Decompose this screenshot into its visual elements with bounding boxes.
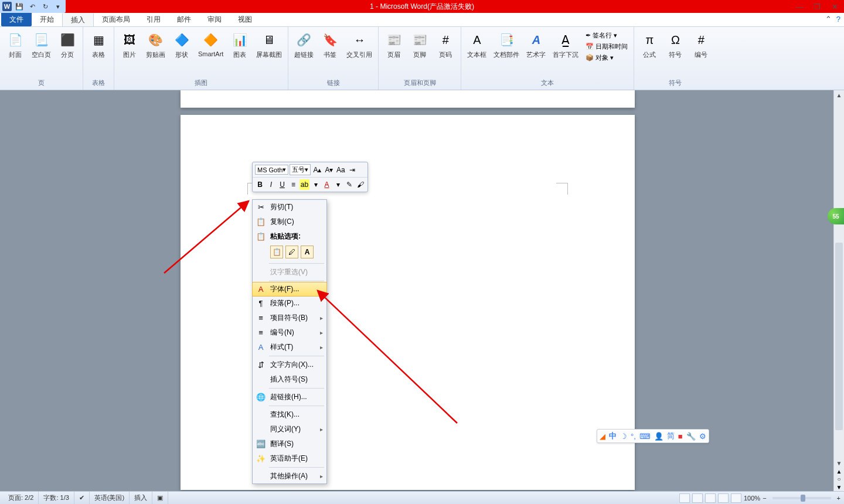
help-icon[interactable]: ? xyxy=(836,15,840,23)
tab-mail[interactable]: 邮件 xyxy=(169,13,199,26)
zoom-slider[interactable] xyxy=(772,497,831,499)
menu-hyperlink[interactable]: 🌐超链接(H)... xyxy=(253,390,326,404)
close-button[interactable]: ✕ xyxy=(829,2,840,11)
fontsize-selector[interactable]: 五号 ▾ xyxy=(290,164,311,175)
tab-view[interactable]: 视图 xyxy=(230,13,260,26)
zoom-level[interactable]: 100% xyxy=(744,495,760,502)
underline-icon[interactable]: U xyxy=(277,179,287,190)
ime-simp-button[interactable]: 简 xyxy=(667,431,675,441)
menu-bullets[interactable]: ≡项目符号(B)▸ xyxy=(253,311,326,325)
page-break-button[interactable]: ⬛分页 xyxy=(56,29,79,60)
ime-tool-icon[interactable]: 🔧 xyxy=(686,432,696,441)
minimize-button[interactable]: — xyxy=(794,2,805,11)
tab-review[interactable]: 审阅 xyxy=(199,13,230,26)
view-outline[interactable] xyxy=(718,493,729,503)
scroll-down-icon[interactable]: ▼ xyxy=(834,458,844,468)
menu-translate[interactable]: 🔤翻译(S) xyxy=(253,437,326,451)
zoom-out-button[interactable]: − xyxy=(763,495,766,502)
highlight-icon[interactable]: ab xyxy=(300,179,309,190)
vertical-scrollbar[interactable]: ▲ ▼ ▲ ○ ▼ xyxy=(833,90,844,491)
ime-keyboard-icon[interactable]: ⌨ xyxy=(639,432,651,441)
number-button[interactable]: #编号 xyxy=(689,29,713,60)
menu-cut[interactable]: ✂剪切(T) xyxy=(253,200,326,214)
status-wordcount[interactable]: 字数: 1/3 xyxy=(39,492,74,504)
menu-text-direction[interactable]: ⇵文字方向(X)... xyxy=(253,357,326,372)
green-badge[interactable]: 55 xyxy=(828,208,844,224)
indent-increase-icon[interactable]: ⇥ xyxy=(347,165,358,175)
paste-merge[interactable]: 🖊 xyxy=(285,246,298,258)
italic-icon[interactable]: I xyxy=(266,179,276,190)
date-time-button[interactable]: 📅 日期和时间 xyxy=(583,42,630,52)
view-print-layout[interactable] xyxy=(679,493,690,503)
menu-other-actions[interactable]: 其他操作(A)▸ xyxy=(253,469,326,483)
quickparts-button[interactable]: 📑文档部件 xyxy=(491,29,522,60)
blank-page-button[interactable]: 📃空白页 xyxy=(29,29,53,60)
bookmark-button[interactable]: 🔖书签 xyxy=(318,29,342,60)
status-proofing[interactable]: ✔ xyxy=(74,492,90,504)
qat-dropdown-icon[interactable]: ▾ xyxy=(53,1,63,12)
view-web[interactable] xyxy=(705,493,716,503)
ime-gear-icon[interactable]: ⚙ xyxy=(699,432,706,441)
wordart-button[interactable]: A艺术字 xyxy=(524,29,548,60)
status-insertmode[interactable]: 插入 xyxy=(130,492,152,504)
font-selector[interactable]: MS Goth ▾ xyxy=(255,165,288,175)
menu-font[interactable]: A字体(F)... xyxy=(252,282,327,297)
page-1-bottom[interactable] xyxy=(181,90,635,108)
word-app-icon[interactable]: W xyxy=(2,2,12,11)
grow-font-icon[interactable]: A▴ xyxy=(312,165,322,175)
ime-moon-icon[interactable]: ☽ xyxy=(620,432,627,441)
tab-file[interactable]: 文件 xyxy=(1,13,32,26)
picture-button[interactable]: 🖼图片 xyxy=(118,29,141,60)
paste-keep-formatting[interactable]: 📋 xyxy=(270,246,283,258)
browse-prev-icon[interactable]: ▲ xyxy=(834,468,844,475)
pagenumber-button[interactable]: #页码 xyxy=(434,29,457,60)
scroll-up-icon[interactable]: ▲ xyxy=(834,90,844,100)
change-case-icon[interactable]: Aa xyxy=(335,165,346,175)
scroll-thumb[interactable] xyxy=(835,243,843,430)
table-button[interactable]: ▦表格 xyxy=(87,29,110,60)
restore-button[interactable]: ❐ xyxy=(811,2,823,11)
equation-button[interactable]: π公式 xyxy=(638,29,661,60)
hyperlink-button[interactable]: 🔗超链接 xyxy=(292,29,316,60)
ime-rec-icon[interactable]: ■ xyxy=(678,432,683,441)
browse-select-icon[interactable]: ○ xyxy=(834,475,844,483)
tab-home[interactable]: 开始 xyxy=(32,13,62,26)
menu-synonym[interactable]: 同义词(Y)▸ xyxy=(253,422,326,437)
page-2[interactable] xyxy=(181,115,635,490)
object-button[interactable]: 📦 对象 ▾ xyxy=(583,53,630,63)
menu-paragraph[interactable]: ¶段落(P)... xyxy=(253,296,326,311)
zoom-in-button[interactable]: + xyxy=(837,495,840,502)
chart-button[interactable]: 📊图表 xyxy=(228,29,251,60)
header-button[interactable]: 📰页眉 xyxy=(382,29,406,60)
menu-insert-symbol[interactable]: 插入符号(S) xyxy=(253,372,326,387)
font-color-dropdown-icon[interactable]: ▾ xyxy=(333,179,343,190)
status-language[interactable]: 英语(美国) xyxy=(90,492,130,504)
ime-user-icon[interactable]: 👤 xyxy=(654,432,663,441)
shrink-font-icon[interactable]: A▾ xyxy=(324,165,334,175)
bold-icon[interactable]: B xyxy=(255,179,265,190)
zoom-slider-thumb[interactable] xyxy=(801,495,805,502)
footer-button[interactable]: 📰页脚 xyxy=(408,29,431,60)
ime-lang-button[interactable]: 中 xyxy=(609,431,617,441)
textbox-button[interactable]: A文本框 xyxy=(465,29,489,60)
save-icon[interactable]: 💾 xyxy=(14,1,25,12)
cover-page-button[interactable]: 📄封面 xyxy=(4,29,27,60)
format-painter-icon[interactable]: 🖌 xyxy=(355,179,365,190)
menu-find[interactable]: 查找(K)... xyxy=(253,407,326,422)
minimize-ribbon-icon[interactable]: ⌃ xyxy=(825,15,832,23)
clipart-button[interactable]: 🎨剪贴画 xyxy=(144,29,168,60)
font-color-icon[interactable]: A xyxy=(322,179,332,190)
signature-line-button[interactable]: ✒ 签名行 ▾ xyxy=(583,30,630,40)
view-fullscreen[interactable] xyxy=(692,493,703,503)
align-center-icon[interactable]: ≡ xyxy=(288,179,298,190)
dropcap-button[interactable]: A̲首字下沉 xyxy=(550,29,581,60)
ime-toolbar[interactable]: ◢ 中 ☽ °, ⌨ 👤 简 ■ 🔧 ⚙ xyxy=(597,429,709,443)
tab-references[interactable]: 引用 xyxy=(138,13,169,26)
menu-english-helper[interactable]: ✨英语助手(E) xyxy=(253,451,326,466)
redo-icon[interactable]: ↻ xyxy=(40,1,50,12)
smartart-button[interactable]: 🔶SmartArt xyxy=(196,29,226,59)
phonetic-guide-icon[interactable]: ✎ xyxy=(344,179,354,190)
undo-icon[interactable]: ↶ xyxy=(27,1,38,12)
menu-copy[interactable]: 📋复制(C) xyxy=(253,214,326,229)
symbol-button[interactable]: Ω符号 xyxy=(663,29,687,60)
